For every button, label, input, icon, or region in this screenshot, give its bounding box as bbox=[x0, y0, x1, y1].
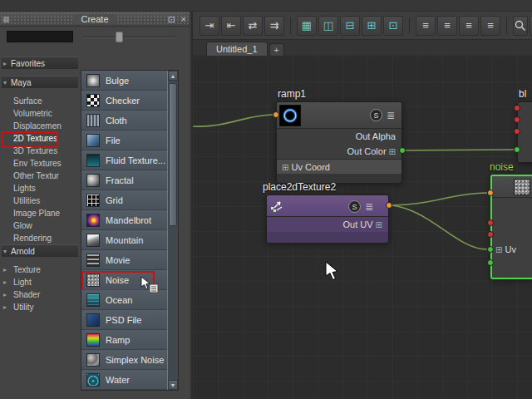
category-item[interactable]: Volumetric bbox=[2, 107, 78, 120]
texture-list-item[interactable]: Mountain bbox=[81, 230, 178, 250]
port-row-out-color[interactable]: Out Color ⊞ bbox=[277, 144, 401, 159]
graph-remove-selected-icon[interactable]: ⇤ bbox=[221, 16, 241, 36]
texture-list-item[interactable]: Grid bbox=[81, 190, 178, 210]
node-menu-icon[interactable]: ≣ bbox=[365, 201, 373, 213]
expand-arrow-icon[interactable]: ▸ bbox=[3, 57, 7, 70]
port-dot-noise-error[interactable] bbox=[487, 231, 494, 238]
category-item[interactable]: ▾ Arnold bbox=[2, 244, 78, 257]
port-dot-ramp-outcolor[interactable] bbox=[399, 147, 406, 154]
expand-arrow-icon[interactable]: ▾ bbox=[3, 76, 7, 89]
expand-arrow-icon[interactable]: ▸ bbox=[3, 301, 7, 313]
texture-list-item[interactable]: Ocean bbox=[81, 290, 178, 310]
node-header[interactable]: S ≣ bbox=[267, 195, 388, 217]
panel-menu-icon[interactable]: ▦ bbox=[2, 12, 10, 27]
connection-wire[interactable] bbox=[402, 150, 514, 150]
category-item[interactable]: Surface bbox=[2, 95, 78, 107]
connection-wire[interactable] bbox=[193, 115, 273, 126]
node-place2dtexture2[interactable]: S ≣ Out UV ⊞ bbox=[266, 195, 389, 243]
texture-list-item[interactable]: Noise bbox=[81, 270, 178, 290]
texture-list-item[interactable]: Mandelbrot bbox=[81, 210, 178, 230]
texture-list-scrollbar[interactable]: ▲ ▼ bbox=[167, 71, 178, 390]
category-item[interactable]: 3D Textures bbox=[2, 145, 78, 157]
snap-to-grid-icon[interactable]: ⊞ bbox=[362, 16, 382, 36]
expand-arrow-icon[interactable]: ▸ bbox=[3, 276, 7, 288]
node-header[interactable]: S ≣ bbox=[277, 102, 401, 129]
swatch-preview-box[interactable] bbox=[7, 31, 73, 42]
texture-list-item[interactable]: Ramp bbox=[81, 330, 178, 350]
grid-toggle-icon[interactable]: ▦ bbox=[297, 16, 317, 36]
category-item[interactable]: ▸ Light bbox=[2, 276, 78, 288]
node-title-place2dtexture2[interactable]: place2dTexture2 bbox=[263, 181, 336, 193]
node-title-bl[interactable]: bl bbox=[519, 88, 526, 100]
align-top-icon[interactable]: ≡ bbox=[416, 16, 436, 36]
connection-wire[interactable] bbox=[392, 193, 487, 205]
noise-swatch-icon[interactable] bbox=[514, 179, 530, 195]
create-panel-titlebar[interactable]: ▦ Create ⊡ × bbox=[0, 12, 190, 27]
node-graph-canvas[interactable]: ramp1 S ≣ Out Alpha Out Color ⊞ ⊞ Uv Coo… bbox=[193, 57, 532, 399]
expand-arrow-icon[interactable]: ▾ bbox=[3, 245, 7, 258]
port-dot-bl-error[interactable] bbox=[514, 128, 520, 135]
category-item[interactable]: Utilities bbox=[2, 195, 78, 207]
expand-arrow-icon[interactable]: ▸ bbox=[3, 264, 7, 276]
ramp-swatch-icon[interactable] bbox=[279, 105, 301, 126]
port-dot-noise-input[interactable] bbox=[487, 190, 494, 196]
texture-list-item[interactable]: PSD File bbox=[81, 310, 178, 330]
port-dot-noise-uv[interactable] bbox=[487, 246, 494, 253]
category-item[interactable]: ▸ Favorites bbox=[2, 57, 78, 69]
scroll-up-icon[interactable]: ▲ bbox=[168, 71, 178, 81]
texture-list-item[interactable]: Fractal bbox=[81, 170, 178, 190]
panel-float-icon[interactable]: ⊡ bbox=[168, 12, 175, 27]
texture-list-item[interactable]: File bbox=[81, 131, 178, 150]
category-item[interactable]: Rendering bbox=[2, 232, 78, 244]
category-item[interactable]: Glow bbox=[2, 219, 78, 232]
node-header[interactable] bbox=[492, 176, 532, 198]
node-title-noise[interactable]: noise bbox=[490, 161, 514, 173]
layout-vertical-icon[interactable]: ⊟ bbox=[340, 16, 360, 36]
category-item[interactable]: Image Plane bbox=[2, 207, 78, 219]
pin-nodes-icon[interactable]: ⊡ bbox=[383, 16, 403, 36]
panel-close-icon[interactable]: × bbox=[181, 12, 186, 27]
node-ramp1[interactable]: S ≣ Out Alpha Out Color ⊞ ⊞ Uv Coord bbox=[276, 101, 402, 183]
scroll-down-icon[interactable]: ▼ bbox=[168, 380, 178, 390]
tab-untitled-1[interactable]: Untitled_1 bbox=[206, 42, 268, 56]
shading-group-badge[interactable]: S bbox=[348, 200, 361, 213]
connection-wire[interactable] bbox=[392, 205, 487, 249]
category-item[interactable]: 2D Textures bbox=[2, 132, 78, 145]
port-dot-bl-error[interactable] bbox=[514, 105, 520, 111]
port-row-uv[interactable]: ⊞ Uv bbox=[495, 243, 516, 256]
expand-port-icon[interactable]: ⊞ bbox=[282, 163, 288, 172]
node-menu-icon[interactable]: ≣ bbox=[387, 110, 395, 121]
align-bottom-icon[interactable]: ≡ bbox=[459, 16, 479, 36]
align-middle-icon[interactable]: ≡ bbox=[437, 16, 457, 36]
port-row-uv-coord[interactable]: ⊞ Uv Coord bbox=[277, 159, 401, 174]
category-item[interactable]: Displacemen bbox=[2, 120, 78, 132]
search-icon[interactable] bbox=[513, 16, 528, 36]
graph-add-selected-icon[interactable]: ⇥ bbox=[200, 16, 219, 36]
expand-port-icon[interactable]: ⊞ bbox=[389, 147, 396, 156]
category-item[interactable]: ▾ Maya bbox=[2, 76, 78, 88]
port-dot-place2d-output[interactable] bbox=[386, 202, 392, 209]
category-item[interactable]: Other Textur bbox=[2, 170, 78, 182]
texture-list-item[interactable]: Bulge bbox=[81, 71, 178, 91]
swatch-size-slider-track[interactable] bbox=[83, 37, 176, 38]
texture-list-item[interactable]: Movie bbox=[81, 250, 178, 270]
expand-port-icon[interactable]: ⊞ bbox=[495, 245, 502, 254]
scrollbar-thumb[interactable] bbox=[169, 83, 177, 226]
port-dot-ramp-input[interactable] bbox=[273, 111, 279, 118]
port-dot-noise-uv2[interactable] bbox=[487, 259, 494, 266]
port-dot-noise-error[interactable] bbox=[487, 219, 494, 226]
category-item[interactable]: Env Textures bbox=[2, 157, 78, 170]
port-dot-bl-input[interactable] bbox=[514, 146, 520, 153]
port-row-out-uv[interactable]: Out UV ⊞ bbox=[267, 217, 388, 232]
shading-group-badge[interactable]: S bbox=[370, 109, 382, 121]
graph-output-connections-icon[interactable]: ⇉ bbox=[264, 16, 284, 36]
texture-list-item[interactable]: Fluid Texture... bbox=[81, 150, 178, 170]
layout-horizontal-icon[interactable]: ◫ bbox=[318, 16, 338, 36]
port-dot-bl-error[interactable] bbox=[514, 116, 520, 123]
category-item[interactable]: ▸ Texture bbox=[2, 264, 78, 276]
add-tab-button[interactable]: + bbox=[269, 43, 284, 56]
graph-input-connections-icon[interactable]: ⇄ bbox=[243, 16, 263, 36]
texture-list-item[interactable]: Checker bbox=[81, 91, 178, 111]
node-title-ramp1[interactable]: ramp1 bbox=[278, 88, 306, 100]
expand-arrow-icon[interactable]: ▸ bbox=[3, 288, 7, 301]
